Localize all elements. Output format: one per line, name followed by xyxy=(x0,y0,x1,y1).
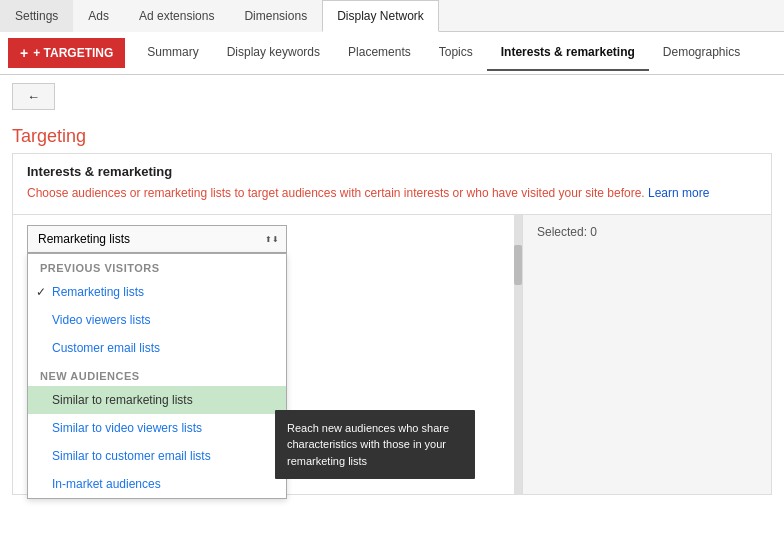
panels: Remarketing lists PREVIOUS VISITORS Rema… xyxy=(13,214,771,494)
back-button[interactable]: ← xyxy=(12,83,55,110)
dropdown-item-in-market[interactable]: In-market audiences xyxy=(28,470,286,498)
content-description: Choose audiences or remarketing lists to… xyxy=(27,185,757,202)
tab-interests-remarketing[interactable]: Interests & remarketing xyxy=(487,35,649,71)
scroll-thumb xyxy=(514,245,522,285)
plus-icon: + xyxy=(20,45,28,61)
section-new-audiences: NEW AUDIENCES xyxy=(28,362,286,386)
dropdown-item-similar-customer-email[interactable]: Similar to customer email lists xyxy=(28,442,286,470)
back-area: ← xyxy=(0,75,784,118)
back-arrow-icon: ← xyxy=(27,89,40,104)
tab-topics[interactable]: Topics xyxy=(425,35,487,71)
tab-settings[interactable]: Settings xyxy=(0,0,73,32)
tab-display-network[interactable]: Display Network xyxy=(322,0,439,32)
tab-ad-extensions[interactable]: Ad extensions xyxy=(124,0,229,32)
targeting-button[interactable]: + + TARGETING xyxy=(8,38,125,68)
tooltip-box: Reach new audiences who share characteri… xyxy=(275,410,475,480)
learn-more-link[interactable]: Learn more xyxy=(648,186,709,200)
left-panel: Remarketing lists PREVIOUS VISITORS Rema… xyxy=(13,215,523,494)
dropdown-item-video-viewers[interactable]: Video viewers lists xyxy=(28,306,286,334)
tab-placements[interactable]: Placements xyxy=(334,35,425,71)
scrollbar[interactable] xyxy=(514,215,522,494)
content-title: Interests & remarketing xyxy=(27,164,757,179)
dropdown-wrapper: Remarketing lists xyxy=(27,225,287,253)
right-panel: Selected: 0 xyxy=(523,215,771,494)
content-box: Interests & remarketing Choose audiences… xyxy=(12,153,772,495)
list-type-dropdown[interactable]: Remarketing lists xyxy=(27,225,287,253)
dropdown-menu: PREVIOUS VISITORS Remarketing lists Vide… xyxy=(27,253,287,499)
selected-count: Selected: 0 xyxy=(523,215,771,249)
page-title: Targeting xyxy=(0,118,784,153)
content-header: Interests & remarketing Choose audiences… xyxy=(13,154,771,214)
targeting-label: + TARGETING xyxy=(33,46,113,60)
tab-demographics[interactable]: Demographics xyxy=(649,35,754,71)
dropdown-item-similar-remarketing[interactable]: Similar to remarketing lists xyxy=(28,386,286,414)
tab-summary[interactable]: Summary xyxy=(133,35,212,71)
tab-display-keywords[interactable]: Display keywords xyxy=(213,35,334,71)
dropdown-item-customer-email[interactable]: Customer email lists xyxy=(28,334,286,362)
secondary-nav: + + TARGETING Summary Display keywords P… xyxy=(0,32,784,75)
desc-text: Choose audiences or remarketing lists to… xyxy=(27,186,645,200)
tab-ads[interactable]: Ads xyxy=(73,0,124,32)
dropdown-item-remarketing-lists[interactable]: Remarketing lists xyxy=(28,278,286,306)
dropdown-item-similar-video[interactable]: Similar to video viewers lists xyxy=(28,414,286,442)
section-previous-visitors: PREVIOUS VISITORS xyxy=(28,254,286,278)
top-nav: Settings Ads Ad extensions Dimensions Di… xyxy=(0,0,784,32)
tab-dimensions[interactable]: Dimensions xyxy=(229,0,322,32)
